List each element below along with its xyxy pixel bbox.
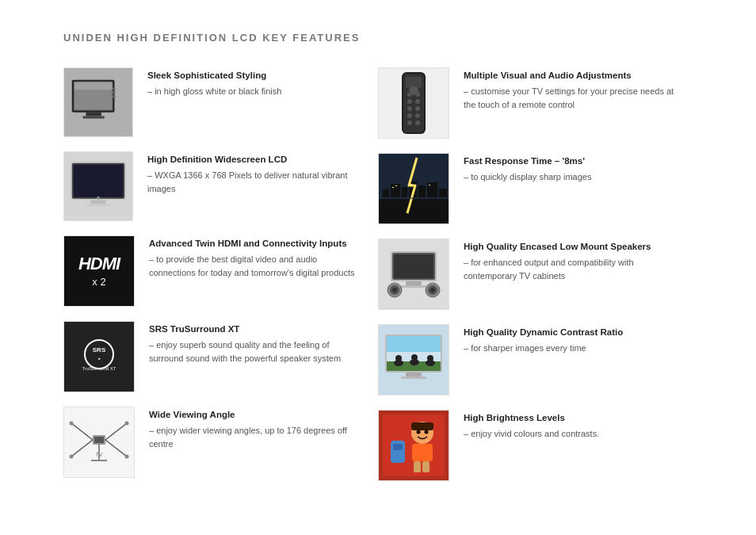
feature-title-sleek-styling: Sleek Sophisticated Styling [147, 71, 362, 80]
svg-rect-7 [113, 87, 116, 90]
svg-point-33 [125, 454, 129, 458]
svg-point-88 [426, 360, 435, 366]
svg-rect-5 [82, 117, 104, 119]
svg-rect-14 [74, 165, 124, 197]
page-title: UNIDEN HIGH DEFINITION LCD KEY FEATURES [63, 32, 693, 44]
svg-point-46 [407, 120, 412, 125]
feature-desc-hd-widescreen: – WXGA 1366 x 768 Pixels to deliver natu… [147, 169, 362, 195]
svg-point-42 [407, 106, 412, 111]
feature-text-fast-response: Fast Response Time – '8ms' – to quickly … [464, 153, 677, 184]
svg-rect-55 [418, 185, 426, 197]
feature-wide-angle: TV Wide Viewing Angle – enjoy wider view… [63, 407, 378, 478]
feature-low-mount-speakers: High Quality Encased Low Mount Speakers … [378, 239, 693, 310]
feature-fast-response: Fast Response Time – '8ms' – to quickly … [378, 153, 693, 224]
svg-rect-59 [392, 187, 394, 188]
svg-rect-95 [412, 444, 433, 461]
feature-title-srs: SRS TruSurround XT [149, 324, 362, 334]
svg-line-26 [105, 440, 127, 457]
svg-point-31 [70, 454, 74, 458]
feature-text-srs: SRS TruSurround XT – enjoy superb sound … [149, 321, 362, 365]
svg-rect-50 [379, 197, 449, 224]
svg-point-34 [125, 421, 129, 425]
feature-srs: SRS ● TruSurround XT SRS TruSurround XT … [63, 321, 378, 392]
svg-point-48 [409, 86, 418, 95]
feature-desc-wide-angle: – enjoy wider viewing angles, up to 176 … [149, 424, 362, 450]
svg-point-94 [425, 430, 429, 434]
svg-point-41 [415, 99, 420, 104]
feature-brightness: High Brightness Levels – enjoy vivid col… [378, 410, 693, 481]
feature-image-lightning [378, 153, 449, 224]
svg-rect-57 [439, 189, 447, 197]
feature-image-remote [378, 67, 449, 139]
feature-title-low-mount-speakers: High Quality Encased Low Mount Speakers [464, 242, 677, 251]
svg-point-45 [415, 113, 420, 118]
feature-image-angle: TV [63, 407, 135, 478]
features-right-column: Multiple Visual and Audio Adjustments – … [378, 67, 693, 495]
features-grid: Sleek Sophisticated Styling – in high gl… [63, 67, 693, 495]
feature-hd-widescreen: High Definition Widescreen LCD – WXGA 13… [63, 151, 378, 221]
feature-title-brightness: High Brightness Levels [464, 413, 677, 422]
feature-desc-audio-adj: – customise your TV settings for your pr… [464, 85, 677, 111]
feature-image-tv-front [63, 151, 133, 221]
svg-rect-96 [414, 461, 421, 472]
feature-desc-hdmi: – to provide the best digital video and … [149, 253, 362, 279]
svg-point-47 [415, 120, 420, 125]
svg-rect-60 [395, 185, 397, 186]
svg-rect-53 [402, 187, 407, 197]
svg-rect-23 [94, 437, 104, 443]
svg-point-18 [85, 340, 113, 369]
svg-rect-97 [422, 461, 430, 472]
svg-point-17 [97, 197, 100, 200]
svg-rect-66 [394, 254, 433, 278]
svg-rect-58 [379, 197, 449, 199]
svg-point-43 [415, 106, 420, 111]
feature-image-tv-side [63, 67, 133, 137]
feature-desc-sleek-styling: – in high gloss white or black finish [147, 85, 362, 98]
feature-desc-dynamic-contrast: – for sharper images every time [464, 342, 677, 355]
svg-rect-78 [406, 373, 422, 376]
feature-image-tv-contrast [378, 324, 449, 396]
svg-point-71 [392, 288, 397, 292]
feature-sleek-styling: Sleek Sophisticated Styling – in high gl… [63, 67, 378, 137]
feature-text-hd-widescreen: High Definition Widescreen LCD – WXGA 13… [147, 151, 362, 195]
feature-image-bright [378, 410, 449, 481]
features-left-column: Sleek Sophisticated Styling – in high gl… [63, 67, 378, 495]
svg-rect-81 [387, 336, 441, 352]
svg-rect-62 [429, 185, 430, 185]
svg-rect-92 [411, 422, 433, 430]
svg-text:TruSurround XT: TruSurround XT [82, 366, 116, 371]
feature-text-dynamic-contrast: High Quality Dynamic Contrast Ratio – fo… [464, 324, 677, 355]
svg-rect-61 [410, 184, 412, 185]
svg-rect-16 [86, 204, 110, 206]
svg-rect-67 [406, 281, 422, 285]
svg-point-86 [410, 359, 419, 365]
svg-rect-6 [74, 82, 113, 90]
svg-point-84 [394, 360, 403, 366]
feature-text-hdmi: Advanced Twin HDMI and Connectivity Inpu… [149, 235, 362, 279]
hdmi-x2-text: x 2 [92, 276, 105, 288]
svg-rect-4 [86, 113, 101, 117]
svg-rect-8 [113, 91, 116, 94]
feature-title-hd-widescreen: High Definition Widescreen LCD [147, 155, 362, 164]
feature-title-dynamic-contrast: High Quality Dynamic Contrast Ratio [464, 327, 677, 337]
feature-text-wide-angle: Wide Viewing Angle – enjoy wider viewing… [149, 407, 362, 450]
svg-point-74 [430, 288, 435, 292]
svg-point-93 [417, 430, 421, 434]
feature-title-audio-adj: Multiple Visual and Audio Adjustments [464, 71, 677, 80]
hdmi-logo-text: HDMI [78, 255, 120, 273]
svg-text:●: ● [97, 356, 100, 361]
feature-hdmi: HDMI x 2 Advanced Twin HDMI and Connecti… [63, 235, 378, 307]
feature-dynamic-contrast: High Quality Dynamic Contrast Ratio – fo… [378, 324, 693, 396]
feature-desc-srs: – enjoy superb sound quality and the fee… [149, 338, 362, 365]
feature-title-hdmi: Advanced Twin HDMI and Connectivity Inpu… [149, 239, 362, 248]
svg-line-24 [71, 440, 93, 457]
feature-text-audio-adj: Multiple Visual and Audio Adjustments – … [464, 67, 677, 111]
feature-image-srs: SRS ● TruSurround XT [63, 321, 135, 392]
svg-line-27 [105, 423, 127, 440]
svg-point-40 [407, 99, 412, 104]
svg-rect-15 [90, 201, 106, 204]
feature-desc-brightness: – enjoy vivid colours and contrasts. [464, 427, 677, 441]
svg-point-44 [407, 113, 412, 118]
svg-rect-99 [393, 444, 403, 450]
svg-text:SRS: SRS [93, 346, 106, 353]
